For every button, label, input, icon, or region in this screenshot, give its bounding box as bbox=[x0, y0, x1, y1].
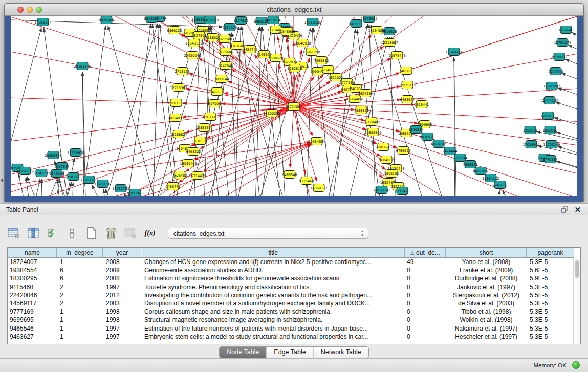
select-rows-icon[interactable] bbox=[46, 227, 59, 239]
graph-node-label: 7955812 bbox=[314, 59, 329, 63]
graph-node-label: 9827502 bbox=[192, 34, 207, 38]
table-row[interactable]: 1938455462009Genome-wide association stu… bbox=[8, 266, 574, 274]
graph-node-label: 20973493 bbox=[388, 54, 405, 58]
table-cell: 9699695 bbox=[8, 316, 57, 324]
graph-node-label: 22420046 bbox=[184, 54, 201, 58]
row-height-icon[interactable] bbox=[66, 227, 79, 239]
graph-node-label: 12505135 bbox=[64, 175, 81, 179]
table-cell: Hescheler et al. (1997) bbox=[446, 333, 527, 341]
table-cell: 0 bbox=[405, 283, 446, 291]
table-cell: Stergiakouli et al. (2012) bbox=[446, 291, 527, 299]
column-header-name[interactable]: name bbox=[8, 248, 57, 257]
table-row[interactable]: 969969511998Structural magnetic resonanc… bbox=[8, 316, 574, 324]
graph-node-label: 7932621 bbox=[463, 163, 478, 167]
table-cell: 5.3E-5 bbox=[527, 258, 574, 266]
graph-node-label: 18300295 bbox=[263, 112, 280, 116]
graph-node-label: 1733426 bbox=[395, 189, 410, 193]
graph-node-label: 12213363 bbox=[170, 86, 187, 90]
table-cell: 5.3E-5 bbox=[527, 308, 574, 316]
column-header-pagerank[interactable]: pagerank bbox=[527, 248, 574, 257]
graph-node-label: 16543382 bbox=[185, 41, 202, 46]
table-row[interactable]: 1872400712008Changes of HCN gene express… bbox=[8, 258, 574, 266]
graph-node-label: 7357224 bbox=[223, 26, 237, 30]
table-cell: 2003 bbox=[103, 299, 141, 308]
table-cell: 6 bbox=[57, 266, 103, 274]
table-cell: 0 bbox=[405, 333, 446, 341]
float-panel-icon[interactable] bbox=[561, 206, 569, 213]
table-cell: 5.3E-5 bbox=[527, 333, 574, 341]
scrollbar-thumb[interactable] bbox=[575, 260, 579, 278]
table-cell: 0 bbox=[405, 324, 446, 333]
table-tabs-bar: Node TableEdge TableNetwork Table bbox=[0, 346, 588, 358]
graph-node-label: 9463627 bbox=[400, 98, 415, 102]
table-cell: 1 bbox=[57, 308, 103, 316]
graph-node-label: 20691406 bbox=[98, 18, 115, 23]
table-row[interactable]: 1830029562008Estimation of significance … bbox=[8, 274, 574, 282]
table-cell: Changes of HCN gene expression and I(f) … bbox=[141, 258, 405, 266]
graph-node-label: 2935114 bbox=[453, 156, 468, 160]
delete-rows-icon[interactable] bbox=[104, 227, 118, 239]
table-row[interactable]: 946554611997Estimation of the future num… bbox=[8, 324, 574, 333]
table-cell: Estimation of the future numbers of pati… bbox=[141, 324, 405, 333]
table-vertical-scrollbar[interactable] bbox=[573, 258, 580, 344]
tab-edge-table[interactable]: Edge Table bbox=[267, 347, 313, 358]
node-table: namein_degreeyeartitle△out_de...shortpag… bbox=[7, 247, 581, 344]
window-titlebar[interactable]: citations_edges.txt bbox=[5, 4, 583, 16]
function-builder-icon[interactable]: f(x) bbox=[143, 227, 157, 239]
table-toolbar: f(x) citations_edges.txt ▲▼ bbox=[7, 226, 368, 241]
table-settings-icon[interactable] bbox=[7, 227, 20, 239]
table-cell: 2012 bbox=[103, 291, 141, 299]
table-cell: 0 bbox=[405, 274, 446, 282]
graph-node-label: 1959291 bbox=[523, 128, 538, 133]
column-header-in_degree[interactable]: in_degree bbox=[57, 248, 103, 257]
sort-indicator-icon: △ bbox=[410, 250, 414, 255]
table-row[interactable]: 1456911722003Disruption of a novel membe… bbox=[8, 299, 574, 308]
graph-node-label: 9822037 bbox=[282, 60, 297, 64]
column-header-title[interactable]: title bbox=[141, 248, 405, 257]
show-columns-icon[interactable] bbox=[27, 227, 40, 239]
table-cell: 1 bbox=[57, 316, 103, 324]
graph-node-label: 9827508 bbox=[217, 37, 232, 41]
table-cell: 5.3E-5 bbox=[527, 283, 574, 291]
table-row[interactable]: 977716911998Corpus callosum shape and si… bbox=[8, 308, 574, 316]
column-header-year[interactable]: year bbox=[103, 248, 141, 257]
column-header-short[interactable]: short bbox=[446, 248, 527, 257]
graph-node-label: 10654112 bbox=[482, 177, 499, 181]
table-selector-dropdown[interactable]: citations_edges.txt ▲▼ bbox=[168, 228, 368, 239]
table-cell: 1 bbox=[57, 258, 103, 266]
graph-node-label: 8678334 bbox=[193, 139, 208, 143]
graph-node-label: 16648784 bbox=[445, 50, 462, 54]
tab-node-table[interactable]: Node Table bbox=[220, 347, 267, 358]
graph-node-label: 15166827 bbox=[170, 133, 187, 137]
table-cell: Tibbo et al. (1998) bbox=[446, 308, 527, 316]
graph-node-label: 9734023 bbox=[321, 68, 336, 72]
column-header-out_de[interactable]: △out_de... bbox=[405, 248, 446, 257]
table-cell: Embryonic stem cells: a model to study s… bbox=[141, 333, 405, 341]
close-panel-icon[interactable]: ✕ bbox=[574, 205, 581, 214]
table-cell: 1 bbox=[57, 324, 103, 333]
graph-node-label: 1032810 bbox=[543, 128, 558, 133]
table-selector-value: citations_edges.txt bbox=[173, 230, 224, 237]
table-cell: 19384554 bbox=[8, 266, 57, 274]
graph-node-label: 9684007 bbox=[379, 158, 394, 162]
table-cell: 9777169 bbox=[8, 308, 57, 316]
table-row[interactable]: 946362711997Embryonic stem cells: a mode… bbox=[8, 333, 574, 341]
graph-node-label: 20153346 bbox=[74, 64, 91, 69]
panel-splitter-handle[interactable] bbox=[1, 178, 3, 182]
graph-node-label: 9777169 bbox=[340, 81, 355, 85]
table-cell: Disruption of a novel member of a sodium… bbox=[141, 299, 405, 308]
table-row[interactable]: 2242004622012Investigating the contribut… bbox=[8, 291, 574, 299]
network-graph[interactable]: 1405572420691406240371410653287160338091… bbox=[11, 16, 577, 196]
network-canvas[interactable]: 1405572420691406240371410653287160338091… bbox=[11, 16, 577, 196]
graph-node-label: 10719155 bbox=[304, 20, 321, 25]
graph-node-label: 9115460 bbox=[299, 179, 314, 183]
graph-node-label: 2803144 bbox=[214, 77, 229, 81]
graph-node-label: 9474444 bbox=[443, 149, 458, 154]
table-row[interactable]: 911546021997Tourette syndrome. Phenomeno… bbox=[8, 283, 574, 291]
graph-node-label: 3624554 bbox=[358, 92, 373, 96]
new-table-icon[interactable] bbox=[85, 227, 98, 239]
table-cell: 9463627 bbox=[8, 333, 57, 341]
graph-node-label: 16154808 bbox=[368, 29, 385, 33]
tab-network-table[interactable]: Network Table bbox=[314, 347, 368, 358]
graph-node-label: 9465546 bbox=[282, 173, 297, 177]
